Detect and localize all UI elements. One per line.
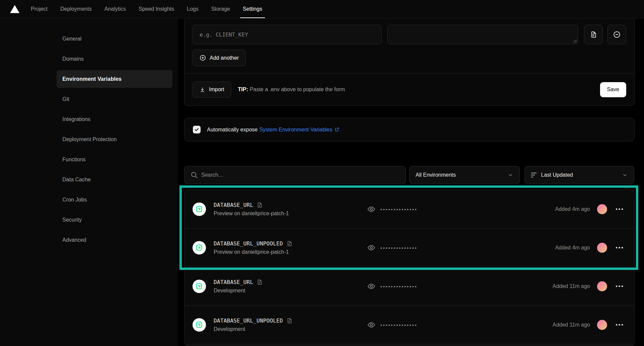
row-menu-button[interactable]: •••: [613, 283, 626, 290]
sidebar-item-domains[interactable]: Domains: [57, 50, 172, 68]
row-menu-button[interactable]: •••: [613, 206, 626, 213]
chevron-down-icon: [622, 172, 628, 178]
import-label: Import: [209, 86, 224, 93]
eye-icon[interactable]: [367, 205, 375, 213]
creator-avatar: [597, 243, 607, 253]
env-target: Development: [214, 288, 367, 294]
env-variable-row: DATABASE_URL Development ••••••••••••••: [184, 267, 634, 305]
eye-icon[interactable]: [367, 244, 375, 252]
nav-item-project[interactable]: Project: [31, 0, 48, 18]
copy-value-icon[interactable]: [257, 202, 262, 208]
env-name: DATABASE_URL: [214, 202, 253, 208]
eye-icon[interactable]: [367, 321, 375, 329]
sidebar-item-data-cache[interactable]: Data Cache: [57, 171, 172, 188]
sidebar-item-security[interactable]: Security: [57, 211, 172, 229]
save-button[interactable]: Save: [600, 82, 626, 97]
minus-circle-icon: [613, 31, 621, 38]
sidebar-item-environment-variables[interactable]: Environment Variables: [57, 70, 172, 88]
env-value-masked: ••••••••••••••: [367, 282, 418, 290]
env-name: DATABASE_URL_UNPOOLED: [214, 240, 283, 247]
env-value-masked: ••••••••••••••: [367, 321, 418, 329]
tip-label: TIP:: [238, 86, 248, 92]
env-form-inputs-row: [193, 25, 626, 44]
sidebar-item-git[interactable]: Git: [57, 90, 172, 108]
creator-avatar: [597, 320, 607, 330]
sidebar-item-general[interactable]: General: [57, 30, 172, 48]
copy-value-icon[interactable]: [286, 241, 292, 246]
nav-item-deployments[interactable]: Deployments: [60, 0, 92, 18]
top-nav: ProjectDeploymentsAnalyticsSpeed Insight…: [0, 0, 644, 18]
creator-avatar: [597, 281, 607, 291]
search-input[interactable]: [184, 166, 406, 184]
env-row-right: Added 11m ago •••: [552, 320, 626, 330]
system-env-vars-link[interactable]: System Environment Variables: [259, 127, 339, 132]
sort-lines-icon: [531, 173, 537, 177]
copy-value-icon[interactable]: [286, 318, 292, 324]
env-variable-row: DATABASE_URL_UNPOOLED Development ••••••…: [184, 305, 634, 344]
external-link-icon: [334, 127, 339, 132]
sort-value: Last Updated: [541, 172, 573, 178]
env-target: Preview on danieltprice-patch-1: [214, 211, 367, 217]
nav-item-storage[interactable]: Storage: [211, 0, 230, 18]
env-variables-main: Add another Import TIP:Paste a .env abov…: [184, 18, 635, 346]
nav-item-analytics[interactable]: Analytics: [104, 0, 126, 18]
settings-sidebar: GeneralDomainsEnvironment VariablesGitIn…: [0, 18, 178, 346]
creator-avatar: [597, 204, 607, 214]
checkmark-icon: [194, 127, 199, 132]
added-time: Added 4m ago: [555, 245, 590, 251]
env-value-input[interactable]: [387, 25, 578, 44]
add-another-button[interactable]: Add another: [193, 50, 246, 66]
env-variables-list: DATABASE_URL Preview on danieltprice-pat…: [184, 189, 635, 346]
neon-logo-icon: [193, 280, 206, 293]
env-target: Development: [214, 326, 367, 332]
masked-value-dots: ••••••••••••••: [380, 245, 418, 250]
env-variable-row: DATABASE_URL_UNPOOLED Preview on danielt…: [184, 228, 634, 267]
copy-value-icon[interactable]: [257, 279, 262, 285]
sidebar-item-functions[interactable]: Functions: [57, 151, 172, 168]
masked-value-dots: ••••••••••••••: [380, 207, 418, 212]
eye-icon[interactable]: [367, 282, 375, 290]
env-row-right: Added 11m ago •••: [552, 281, 626, 291]
nav-item-settings[interactable]: Settings: [243, 0, 262, 18]
env-variable-row-partial: [184, 344, 634, 346]
env-name: DATABASE_URL: [214, 279, 253, 285]
neon-logo-icon: [193, 241, 206, 254]
remove-env-row-button[interactable]: [607, 25, 626, 44]
env-value-masked: ••••••••••••••: [367, 244, 418, 252]
auto-expose-checkbox[interactable]: [193, 126, 201, 133]
env-row-right: Added 4m ago •••: [555, 243, 626, 253]
nav-item-logs[interactable]: Logs: [187, 0, 199, 18]
paste-env-file-button[interactable]: [584, 25, 603, 44]
masked-value-dots: ••••••••••••••: [380, 322, 418, 328]
row-menu-button[interactable]: •••: [613, 322, 626, 328]
environment-filter-dropdown[interactable]: All Environments: [409, 166, 520, 184]
sidebar-item-integrations[interactable]: Integrations: [57, 110, 172, 128]
env-import-tip: TIP:Paste a .env above to populate the f…: [238, 86, 345, 93]
sidebar-item-advanced[interactable]: Advanced: [57, 231, 172, 249]
env-form-card: Add another Import TIP:Paste a .env abov…: [184, 18, 635, 106]
vercel-logo-icon[interactable]: [10, 5, 19, 13]
env-row-right: Added 4m ago •••: [555, 204, 626, 214]
system-env-vars-link-label: System Environment Variables: [259, 127, 332, 132]
search-wrap: [184, 166, 406, 184]
env-row-text: DATABASE_URL Preview on danieltprice-pat…: [214, 202, 367, 217]
chevron-down-icon: [507, 172, 514, 178]
env-row-text: DATABASE_URL Development: [214, 279, 367, 294]
added-time: Added 11m ago: [552, 283, 590, 289]
env-value-masked: ••••••••••••••: [367, 205, 418, 213]
masked-value-dots: ••••••••••••••: [380, 284, 418, 289]
env-filters-row: All Environments Last Updated: [184, 166, 635, 184]
sort-dropdown[interactable]: Last Updated: [525, 166, 634, 184]
row-menu-button[interactable]: •••: [613, 244, 626, 251]
top-nav-items: ProjectDeploymentsAnalyticsSpeed Insight…: [31, 0, 262, 18]
nav-item-speed-insights[interactable]: Speed Insights: [139, 0, 174, 18]
added-time: Added 4m ago: [555, 206, 590, 212]
env-key-input[interactable]: [193, 25, 382, 44]
env-form-footer: Import TIP:Paste a .env above to populat…: [184, 73, 634, 106]
neon-logo-icon: [193, 318, 206, 332]
sidebar-item-deployment-protection[interactable]: Deployment Protection: [57, 130, 172, 148]
add-another-label: Add another: [210, 55, 239, 61]
env-value-input-wrap: [387, 25, 578, 44]
import-button[interactable]: Import: [193, 81, 231, 98]
sidebar-item-cron-jobs[interactable]: Cron Jobs: [57, 191, 172, 209]
